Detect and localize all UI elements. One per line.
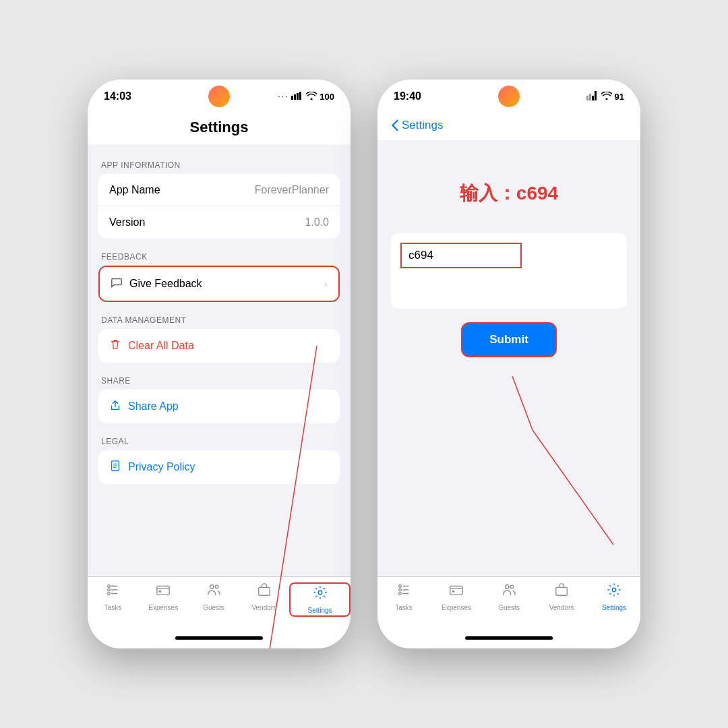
version-label: Version (109, 216, 145, 229)
tasks-icon-1 (105, 582, 120, 601)
share-icon (109, 399, 121, 414)
expenses-icon-1 (156, 582, 171, 601)
svg-rect-13 (159, 590, 162, 593)
status-bar-2: 19:40 9 (377, 80, 640, 113)
expenses-label-2: Expenses (442, 604, 471, 611)
vendors-label-2: Vendors (549, 604, 574, 611)
section-label-share: SHARE (88, 376, 351, 390)
guests-label-1: Guests (203, 604, 224, 611)
svg-rect-34 (556, 587, 568, 595)
svg-rect-22 (592, 96, 594, 100)
svg-point-5 (108, 585, 111, 588)
guests-label-2: Guests (498, 604, 520, 611)
tasks-label-1: Tasks (104, 604, 122, 611)
battery-icon: 100 (320, 92, 334, 102)
wifi-icon (306, 92, 317, 102)
privacy-label: Privacy Policy (128, 461, 195, 473)
back-button[interactable]: Settings (391, 119, 627, 132)
back-label: Settings (402, 119, 443, 132)
list-item-share-app[interactable]: Share App (98, 390, 340, 423)
vendors-icon-1 (257, 582, 272, 601)
section-group-legal: Privacy Policy (98, 450, 340, 484)
avatar-1 (208, 86, 230, 107)
tab-bar-2: Tasks Expenses (377, 576, 640, 632)
list-item-app-name: App Name ForeverPlanner (98, 174, 340, 206)
svg-rect-20 (586, 96, 588, 100)
guests-icon-1 (206, 582, 221, 601)
svg-rect-31 (452, 590, 455, 593)
tab-settings-2[interactable]: Settings (588, 582, 640, 611)
svg-rect-16 (259, 587, 270, 595)
feedback-item-left: Give Feedback (111, 276, 202, 291)
signal-icon (291, 92, 303, 102)
list-item-clear-data[interactable]: Clear All Data (98, 329, 340, 363)
svg-point-8 (108, 588, 111, 591)
clear-data-left: Clear All Data (109, 338, 194, 353)
svg-point-14 (210, 585, 214, 589)
svg-rect-23 (595, 91, 597, 100)
share-app-label: Share App (128, 400, 179, 413)
svg-point-10 (108, 593, 111, 595)
text-area-container (391, 233, 627, 309)
settings-content[interactable]: APP INFORMATION App Name ForeverPlanner … (88, 144, 351, 576)
home-indicator-2 (465, 636, 553, 640)
tab-tasks-1[interactable]: Tasks (88, 582, 138, 611)
section-group-app-info: App Name ForeverPlanner Version 1.0.0 (98, 174, 340, 239)
avatar-2 (498, 86, 520, 107)
svg-point-35 (612, 588, 616, 592)
svg-point-24 (399, 585, 402, 588)
settings-label-1: Settings (308, 607, 332, 614)
tab-settings-1[interactable]: Settings (289, 582, 351, 617)
svg-point-32 (506, 585, 510, 589)
svg-point-15 (215, 585, 218, 588)
svg-rect-2 (297, 93, 299, 100)
status-time-2: 19:40 (394, 90, 421, 102)
submit-button[interactable]: Submit (461, 322, 557, 357)
tasks-icon-2 (396, 582, 411, 601)
tab-vendors-1[interactable]: Vendors (239, 582, 289, 611)
ellipsis-icon: ··· (278, 92, 289, 101)
prompt-text: 输入：c694 (460, 181, 558, 206)
svg-point-17 (318, 590, 322, 595)
privacy-left: Privacy Policy (109, 460, 195, 475)
status-time-1: 14:03 (104, 90, 131, 102)
list-item-privacy[interactable]: Privacy Policy (98, 450, 340, 484)
status-right-1: ··· 100 (278, 92, 334, 102)
version-value: 1.0.0 (305, 216, 329, 229)
status-right-2: 91 (586, 91, 624, 102)
tab-guests-2[interactable]: Guests (483, 582, 535, 611)
nav-header-1: Settings (88, 113, 351, 144)
settings-icon-2 (607, 582, 621, 601)
status-bar-1: 14:03 ··· (88, 80, 351, 113)
tab-expenses-2[interactable]: Expenses (430, 582, 483, 611)
svg-rect-21 (589, 94, 591, 100)
expenses-icon-2 (449, 582, 464, 601)
expenses-label-1: Expenses (148, 604, 178, 611)
svg-rect-12 (157, 586, 169, 595)
section-label-legal: LEGAL (88, 437, 351, 450)
tab-vendors-2[interactable]: Vendors (535, 582, 588, 611)
section-label-feedback: FEEDBACK (88, 252, 351, 266)
settings-label-2: Settings (602, 604, 626, 611)
section-group-data: Clear All Data (98, 329, 340, 363)
svg-rect-30 (450, 586, 462, 595)
chat-icon (111, 276, 123, 291)
signal-bars-icon (586, 91, 599, 102)
battery-icon-2: 91 (615, 92, 624, 102)
svg-point-26 (399, 588, 402, 591)
tab-guests-1[interactable]: Guests (189, 582, 239, 611)
section-group-feedback: Give Feedback › (98, 266, 340, 302)
tab-bar-1: Tasks Expenses (88, 576, 351, 632)
wifi-icon-2 (601, 92, 612, 102)
tab-expenses-1[interactable]: Expenses (138, 582, 189, 611)
feedback-content: 输入：c694 Submit (377, 140, 640, 576)
phone-2: 19:40 9 (377, 80, 640, 648)
list-item-version: Version 1.0.0 (98, 206, 340, 239)
feedback-input[interactable] (400, 243, 522, 268)
guests-icon-2 (502, 582, 516, 601)
app-name-value: ForeverPlanner (255, 184, 329, 196)
tab-tasks-2[interactable]: Tasks (377, 582, 430, 611)
share-app-left: Share App (109, 399, 179, 414)
list-item-give-feedback[interactable]: Give Feedback › (100, 267, 338, 301)
trash-icon (109, 338, 121, 353)
